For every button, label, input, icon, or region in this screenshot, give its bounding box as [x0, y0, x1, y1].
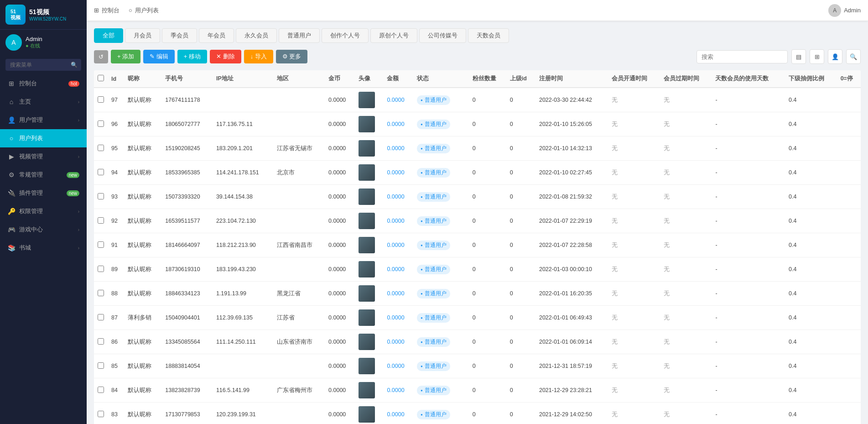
tab-tianshu-member[interactable]: 天数会员	[468, 28, 509, 43]
sidebar-item-bookstore[interactable]: 📚 书城 ›	[0, 239, 87, 257]
row-checkbox-cell[interactable]	[94, 378, 108, 403]
amount-link[interactable]: 0.0000	[387, 411, 404, 418]
sidebar-item-label: 常规管理	[19, 171, 67, 179]
cell-amount[interactable]: 0.0000	[383, 233, 413, 257]
cell-amount[interactable]: 0.0000	[383, 136, 413, 161]
sidebar-item-game-center[interactable]: 🎮 游戏中心 ›	[0, 220, 87, 239]
sidebar-search-area[interactable]: 🔍	[0, 55, 87, 74]
sidebar-item-user-list[interactable]: ○ 用户列表	[0, 129, 87, 147]
tab-creator-personal[interactable]: 创作个人号	[322, 28, 369, 43]
tab-quarterly[interactable]: 季会员	[162, 28, 197, 43]
row-checkbox-cell[interactable]	[94, 136, 108, 161]
row-checkbox-cell[interactable]	[94, 233, 108, 257]
topbar-nav-userlist[interactable]: ○ 用户列表	[129, 6, 159, 15]
amount-link[interactable]: 0.0000	[387, 97, 404, 103]
amount-link[interactable]: 0.0000	[387, 121, 404, 127]
sidebar-item-home[interactable]: ⌂ 主页 ›	[0, 93, 87, 111]
sidebar-item-permission-manage[interactable]: 🔑 权限管理 ›	[0, 202, 87, 220]
table-view-button[interactable]: ▤	[791, 49, 806, 64]
grid-view-button[interactable]: ⊞	[810, 49, 824, 64]
row-checkbox-cell[interactable]	[94, 403, 108, 424]
row-checkbox-cell[interactable]	[94, 185, 108, 209]
tab-company-media[interactable]: 公司传媒号	[419, 28, 466, 43]
cell-amount[interactable]: 0.0000	[383, 185, 413, 209]
search-button[interactable]: 🔍	[846, 49, 861, 64]
cell-amount[interactable]: 0.0000	[383, 282, 413, 306]
add-button[interactable]: + 添加	[111, 50, 140, 63]
col-vip-end: 会员过期时间	[660, 70, 712, 88]
row-checkbox[interactable]	[98, 266, 104, 272]
row-checkbox[interactable]	[98, 145, 104, 151]
cell-phone: 17674111178	[161, 88, 213, 112]
row-checkbox[interactable]	[98, 290, 104, 296]
cell-amount[interactable]: 0.0000	[383, 354, 413, 378]
row-checkbox-cell[interactable]	[94, 257, 108, 282]
search-input[interactable]	[5, 59, 81, 71]
row-checkbox-cell[interactable]	[94, 330, 108, 354]
row-checkbox[interactable]	[98, 411, 104, 417]
row-checkbox-cell[interactable]	[94, 88, 108, 112]
amount-link[interactable]: 0.0000	[387, 169, 404, 176]
row-checkbox[interactable]	[98, 338, 104, 345]
amount-link[interactable]: 0.0000	[387, 266, 404, 272]
amount-link[interactable]: 0.0000	[387, 194, 404, 200]
cell-amount[interactable]: 0.0000	[383, 112, 413, 136]
row-checkbox-cell[interactable]	[94, 354, 108, 378]
cell-status-num	[837, 306, 861, 330]
cell-amount[interactable]: 0.0000	[383, 378, 413, 403]
row-checkbox-cell[interactable]	[94, 161, 108, 185]
row-checkbox[interactable]	[98, 120, 104, 127]
tab-yearly[interactable]: 年会员	[199, 28, 234, 43]
edit-button[interactable]: ✎ 编辑	[143, 50, 175, 63]
row-checkbox[interactable]	[98, 241, 104, 248]
row-checkbox[interactable]	[98, 362, 104, 369]
sidebar-item-user-manage[interactable]: 👤 用户管理 ›	[0, 111, 87, 129]
select-all-checkbox[interactable]	[98, 75, 104, 81]
row-checkbox-cell[interactable]	[94, 306, 108, 330]
row-checkbox[interactable]	[98, 96, 104, 103]
amount-link[interactable]: 0.0000	[387, 290, 404, 297]
amount-link[interactable]: 0.0000	[387, 363, 404, 369]
tab-monthly[interactable]: 月会员	[125, 28, 160, 43]
cell-tianshu-days: -	[712, 354, 785, 378]
row-checkbox[interactable]	[98, 387, 104, 393]
row-checkbox[interactable]	[98, 193, 104, 199]
amount-link[interactable]: 0.0000	[387, 339, 404, 345]
sidebar-item-video-manage[interactable]: ▶ 视频管理 ›	[0, 147, 87, 166]
row-checkbox[interactable]	[98, 169, 104, 175]
cell-amount[interactable]: 0.0000	[383, 306, 413, 330]
export-button[interactable]: 👤	[828, 49, 842, 64]
more-button[interactable]: ⚙ 更多	[276, 50, 308, 63]
cell-amount[interactable]: 0.0000	[383, 209, 413, 233]
row-checkbox[interactable]	[98, 217, 104, 224]
tab-normal[interactable]: 普通用户	[279, 28, 320, 43]
row-checkbox[interactable]	[98, 314, 104, 320]
cell-amount[interactable]: 0.0000	[383, 88, 413, 112]
topbar-nav-dashboard[interactable]: ⊞ 控制台	[94, 6, 120, 15]
row-checkbox-cell[interactable]	[94, 112, 108, 136]
search-input[interactable]	[696, 50, 788, 63]
delete-button[interactable]: ✕ 删除	[210, 50, 241, 63]
sidebar-item-dashboard[interactable]: ⊞ 控制台 hot	[0, 74, 87, 93]
tab-original-personal[interactable]: 原创个人号	[370, 28, 417, 43]
sidebar-item-plugin-manage[interactable]: 🔌 插件管理 new	[0, 184, 87, 202]
tab-permanent[interactable]: 永久会员	[236, 28, 277, 43]
amount-link[interactable]: 0.0000	[387, 145, 404, 152]
sidebar-item-common-manage[interactable]: ⚙ 常规管理 new	[0, 166, 87, 184]
amount-link[interactable]: 0.0000	[387, 242, 404, 248]
amount-link[interactable]: 0.0000	[387, 218, 404, 224]
amount-link[interactable]: 0.0000	[387, 387, 404, 393]
cell-amount[interactable]: 0.0000	[383, 161, 413, 185]
move-button[interactable]: + 移动	[177, 50, 207, 63]
refresh-button[interactable]: ↺	[94, 50, 108, 63]
tab-all[interactable]: 全部	[94, 28, 123, 43]
cell-amount[interactable]: 0.0000	[383, 403, 413, 424]
row-checkbox-cell[interactable]	[94, 282, 108, 306]
cell-amount[interactable]: 0.0000	[383, 257, 413, 282]
import-button[interactable]: ↓ 导入	[244, 50, 273, 63]
cell-amount[interactable]: 0.0000	[383, 330, 413, 354]
status-badge: 普通用户	[417, 120, 450, 129]
cell-coins: 0.0000	[325, 257, 355, 282]
amount-link[interactable]: 0.0000	[387, 314, 404, 321]
row-checkbox-cell[interactable]	[94, 209, 108, 233]
